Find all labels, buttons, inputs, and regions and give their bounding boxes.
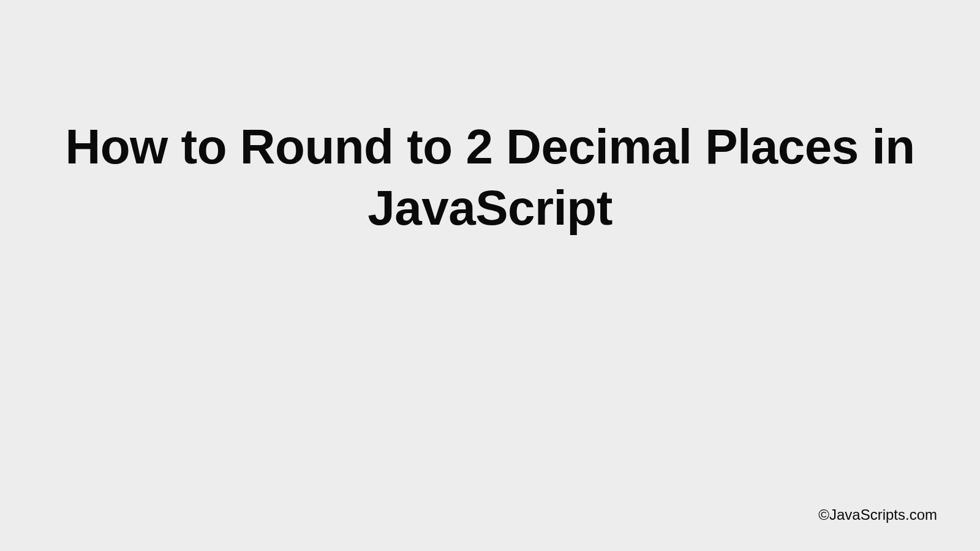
page-title: How to Round to 2 Decimal Places in Java… xyxy=(49,116,931,239)
attribution-text: ©JavaScripts.com xyxy=(818,506,937,523)
